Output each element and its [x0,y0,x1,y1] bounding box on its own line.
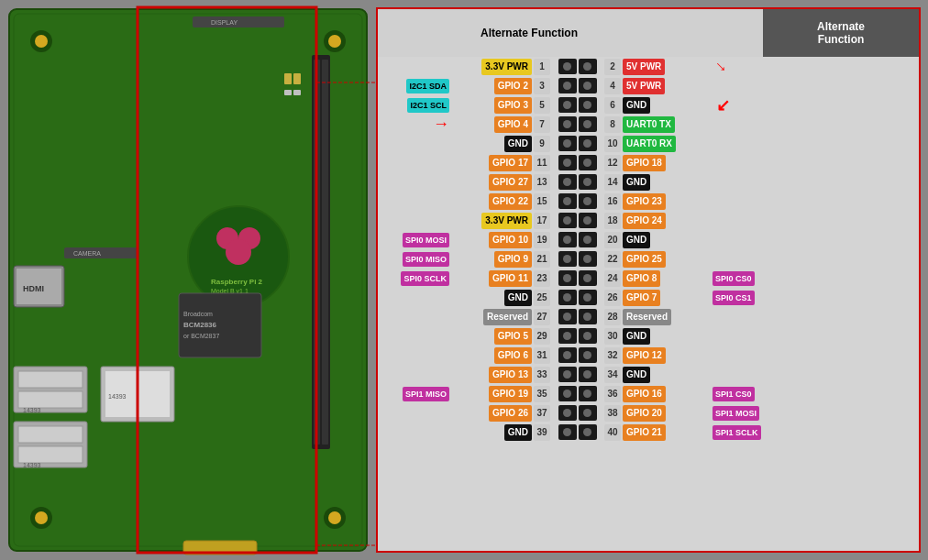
connector-left-1 [558,78,577,93]
right-pin-cell-19: 40GPIO 21 [602,423,713,442]
connector-left-8 [558,213,577,228]
connector-pair-7 [558,192,598,211]
right-alt-cell-17: SPI1 CS0 [713,384,919,403]
right-pin-label-4: UART0 RX [623,136,676,152]
pin-diagram-header: Alternate Function AlternateFunction [378,9,919,57]
left-pin-label-15: GPIO 6 [494,347,532,364]
left-pin-cell-15: GPIO 631 [451,346,552,365]
connector-pair-19 [558,423,598,442]
col-center [552,57,602,551]
svg-rect-43 [284,73,292,84]
right-pin-cell-17: 36GPIO 16 [602,384,713,403]
left-pin-num-12: 25 [534,290,550,306]
right-pin-label-5: GPIO 18 [623,155,666,171]
svg-text:CAMERA: CAMERA [73,250,101,257]
right-alt-cell-1 [713,76,919,95]
left-alt-cell-14 [378,326,451,346]
left-pin-cell-13: Reserved27 [451,307,552,326]
connector-left-14 [558,328,577,344]
connector-pair-18 [558,403,598,423]
connector-pair-3 [558,115,598,134]
pin-rows-container: I2C1 SDAI2C1 SCL→SPI0 MOSISPI0 MISOSPI0 … [378,57,919,551]
right-pin-num-10: 22 [604,251,621,268]
left-pin-label-7: GPIO 22 [489,193,532,210]
svg-text:DISPLAY: DISPLAY [211,19,238,26]
right-pin-num-8: 18 [604,213,621,229]
arrow-right-2-icon: ↙ [716,95,730,115]
left-pin-cell-16: GPIO 1333 [451,365,552,384]
connector-pair-6 [558,172,598,192]
connector-left-18 [558,405,577,421]
svg-point-8 [328,35,341,48]
right-alt-label-11: SPI0 CS0 [713,271,755,286]
left-pin-num-6: 13 [534,174,550,191]
svg-text:14393: 14393 [108,393,127,400]
connector-right-4 [579,136,597,151]
connector-right-16 [579,367,597,382]
left-pin-cell-19: GND39 [451,423,552,442]
connector-pair-0 [558,57,598,76]
right-pin-label-9: GND [623,232,650,248]
right-alt-cell-10 [713,249,919,269]
right-pin-cell-6: 14GND [602,172,713,192]
right-pin-label-19: GPIO 21 [623,424,666,441]
right-pin-cell-4: 10UART0 RX [602,134,713,153]
header-center-spacer [589,9,644,57]
right-alt-cell-9 [713,230,919,249]
right-alt-label-19: SPI1 SCLK [713,425,761,440]
left-pin-cell-17: GPIO 1935 [451,384,552,403]
left-pin-cell-18: GPIO 2637 [451,403,552,423]
right-pin-label-8: GPIO 24 [623,213,666,229]
right-alt-cell-3 [713,115,919,134]
connector-right-0 [579,59,597,74]
connector-left-16 [558,367,577,382]
right-alt-cell-18: SPI1 MOSI [713,403,919,423]
connector-pair-13 [558,307,598,326]
connector-right-14 [579,328,597,344]
right-pin-label-13: Reserved [623,309,671,325]
right-pin-num-3: 8 [604,116,621,133]
svg-rect-20 [18,446,83,463]
connector-pair-2 [558,95,598,115]
right-pin-cell-8: 18GPIO 24 [602,211,713,230]
connector-right-9 [579,232,597,247]
connector-pair-10 [558,249,598,269]
svg-rect-19 [18,426,83,443]
left-pin-num-17: 35 [534,386,550,402]
left-alt-cell-15 [378,346,451,365]
right-pin-label-1: 5V PWR [623,78,665,94]
right-pin-label-16: GND [623,367,650,383]
right-alt-cell-15 [713,346,919,365]
right-pin-cell-13: 28Reserved [602,307,713,326]
right-pin-cell-15: 32GPIO 12 [602,346,713,365]
left-pin-num-15: 31 [534,347,550,364]
left-pin-label-1: GPIO 2 [494,78,532,94]
right-pin-label-12: GPIO 7 [623,290,660,306]
right-pin-label-3: UART0 TX [623,116,675,133]
right-pin-cell-18: 38GPIO 20 [602,403,713,423]
right-alt-cell-12: SPI0 CS1 [713,288,919,307]
connector-right-11 [579,270,597,286]
col-right-pins: 25V PWR45V PWR6GND8UART0 TX10UART0 RX12G… [602,57,713,551]
arrow-right-0-icon: ↓ [711,57,730,76]
left-pin-cell-5: GPIO 1711 [451,153,552,172]
connector-right-18 [579,405,597,421]
left-pin-num-7: 15 [534,193,550,210]
left-alt-label-9: SPI0 MOSI [403,233,449,247]
connector-left-12 [558,290,577,305]
left-alt-label-10: SPI0 MISO [403,252,449,267]
connector-right-17 [579,386,597,401]
left-pin-num-8: 17 [534,213,550,229]
connector-left-10 [558,251,577,267]
connector-right-5 [579,155,597,170]
connector-left-7 [558,193,577,209]
left-pin-num-10: 21 [534,251,550,268]
connector-left-0 [558,59,577,74]
right-pin-num-9: 20 [604,232,621,248]
connector-pair-17 [558,384,598,403]
left-pin-cell-8: 3.3V PWR17 [451,211,552,230]
left-pin-num-4: 9 [534,136,550,152]
right-alt-label-12: SPI0 CS1 [713,291,755,305]
left-alt-cell-0 [378,57,451,76]
left-pin-cell-10: GPIO 921 [451,249,552,269]
